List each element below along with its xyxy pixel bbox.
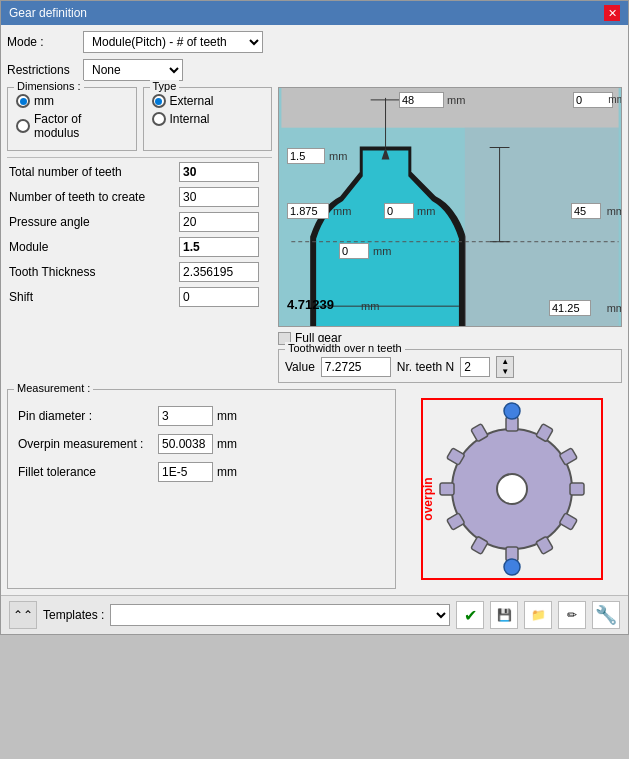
shift-row: Shift [7,287,272,307]
info-button[interactable]: 🔧 [592,601,620,629]
measurement-title: Measurement : [14,382,93,394]
restrictions-label: Restrictions [7,63,77,77]
mm-label-9: mm [607,302,622,314]
module-row: Module [7,237,272,257]
tooth-thickness-input[interactable] [179,262,259,282]
info-icon: 🔧 [595,604,617,626]
pin-diameter-row: Pin diameter : mm [16,406,387,426]
svg-text:overpin: overpin [421,477,435,520]
restrictions-select[interactable]: None [83,59,183,81]
diagram-input-45[interactable] [571,203,601,219]
dims-type-diagram-row: Dimensions : mm Factor of modulus Type [7,87,622,383]
diagram-input-48[interactable] [399,92,444,108]
toothwidth-row: Value Nr. teeth N ▲ ▼ [285,356,615,378]
diagram-input-41-25[interactable] [549,300,591,316]
spinner-down-btn[interactable]: ▼ [497,367,513,377]
diagram-input-0-bot[interactable] [339,243,369,259]
factor-label: Factor of modulus [34,112,128,140]
diagram-input-0-top[interactable] [573,92,613,108]
toothwidth-box: Toothwidth over n teeth Value Nr. teeth … [278,349,622,383]
external-radio-row[interactable]: External [152,94,264,108]
templates-label: Templates : [43,608,104,622]
mode-select[interactable]: Module(Pitch) - # of teeth [83,31,263,53]
external-label: External [170,94,214,108]
right-panel: mm mm mm mm mm mm mm 4.71239 mm [278,87,622,383]
measurement-box: Measurement : Pin diameter : mm Overpin … [7,389,396,589]
module-label: Module [9,240,179,254]
num-teeth-label: Number of teeth to create [9,190,179,204]
folder-icon: 📁 [531,608,546,622]
external-radio[interactable] [152,94,166,108]
mm-label: mm [34,94,54,108]
factor-radio[interactable] [16,119,30,133]
mm-radio-row[interactable]: mm [16,94,128,108]
overpin-input[interactable] [158,434,213,454]
diagram-input-1-875[interactable] [287,203,329,219]
mode-row: Mode : Module(Pitch) - # of teeth [7,31,622,53]
gear-preview: overpin [402,389,622,589]
tooth-thickness-label: Tooth Thickness [9,265,179,279]
overpin-label: Overpin measurement : [18,437,158,451]
overpin-unit: mm [217,437,237,451]
restrictions-row: Restrictions None [7,59,622,81]
total-teeth-row: Total number of teeth [7,162,272,182]
mm-label-6: mm [607,205,622,217]
pressure-angle-input[interactable] [179,212,259,232]
svg-point-13 [497,474,527,504]
svg-rect-2 [465,128,619,326]
pencil-icon: ✏ [567,608,577,622]
left-panel: Dimensions : mm Factor of modulus Type [7,87,272,383]
toothwidth-value-label: Value [285,360,315,374]
main-content: Mode : Module(Pitch) - # of teeth Restri… [1,25,628,595]
num-teeth-input[interactable] [179,187,259,207]
dimensions-box: Dimensions : mm Factor of modulus [7,87,137,151]
overpin-row: Overpin measurement : mm [16,434,387,454]
up-icon: ⌃⌃ [13,608,33,622]
dimensions-title: Dimensions : [14,80,84,92]
internal-radio[interactable] [152,112,166,126]
up-arrow-button[interactable]: ⌃⌃ [9,601,37,629]
nr-teeth-input[interactable] [460,357,490,377]
check-icon: ✔ [464,606,477,625]
mm-radio[interactable] [16,94,30,108]
save-button[interactable]: 💾 [490,601,518,629]
close-button[interactable]: ✕ [604,5,620,21]
footer: ⌃⌃ Templates : ✔ 💾 📁 ✏ 🔧 [1,595,628,634]
module-input[interactable] [179,237,259,257]
mm-label-7: mm [373,245,391,257]
total-teeth-input[interactable] [179,162,259,182]
pencil-button[interactable]: ✏ [558,601,586,629]
fillet-input[interactable] [158,462,213,482]
factor-radio-row[interactable]: Factor of modulus [16,112,128,140]
pin-diameter-input[interactable] [158,406,213,426]
mm-label-4: mm [333,205,351,217]
diagram-input-0-mid[interactable] [384,203,414,219]
mm-label-5: mm [417,205,435,217]
shift-label: Shift [9,290,179,304]
mm-label-1: mm [447,94,465,106]
mode-label: Mode : [7,35,77,49]
teeth-spinner: ▲ ▼ [496,356,514,378]
folder-button[interactable]: 📁 [524,601,552,629]
internal-radio-row[interactable]: Internal [152,112,264,126]
tooth-thickness-row: Tooth Thickness [7,262,272,282]
shift-input[interactable] [179,287,259,307]
type-title: Type [150,80,180,92]
gear-diagram: mm mm mm mm mm mm mm 4.71239 mm [278,87,622,327]
pin-diameter-unit: mm [217,409,237,423]
diagram-input-1-5[interactable] [287,148,325,164]
nr-teeth-label: Nr. teeth N [397,360,454,374]
pressure-angle-row: Pressure angle [7,212,272,232]
fillet-unit: mm [217,465,237,479]
fillet-row: Fillet tolerance mm [16,462,387,482]
spinner-up-btn[interactable]: ▲ [497,357,513,367]
templates-select[interactable] [110,604,450,626]
toothwidth-value-input[interactable] [321,357,391,377]
svg-point-15 [504,403,520,419]
pressure-angle-label: Pressure angle [9,215,179,229]
window-title: Gear definition [9,6,87,20]
check-button[interactable]: ✔ [456,601,484,629]
toothwidth-title: Toothwidth over n teeth [285,342,405,354]
mm-label-8: mm [361,300,379,312]
gear-tooth-svg [279,88,621,326]
